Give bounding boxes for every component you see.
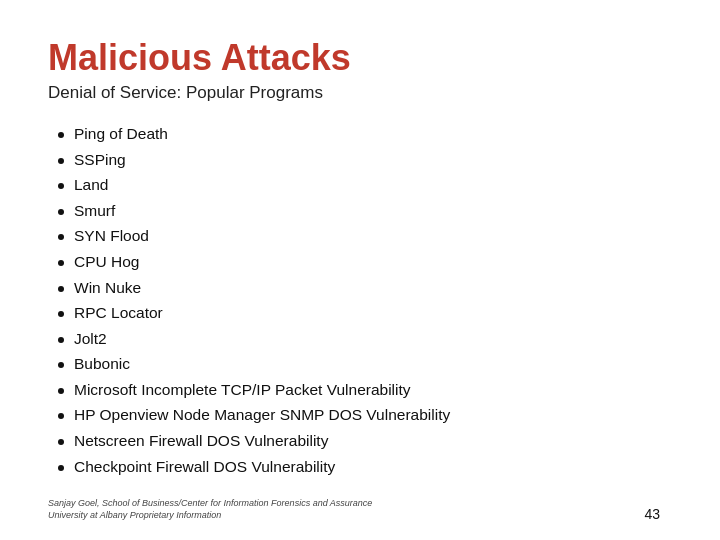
footer-text: Sanjay Goel, School of Business/Center f… — [48, 497, 372, 522]
bullet-dot-icon — [58, 183, 64, 189]
bullet-dot-icon — [58, 362, 64, 368]
list-item: SSPing — [58, 147, 672, 173]
bullet-dot-icon — [58, 465, 64, 471]
bullet-text: Land — [74, 172, 108, 198]
bullet-text: Win Nuke — [74, 275, 141, 301]
list-item: Microsoft Incomplete TCP/IP Packet Vulne… — [58, 377, 672, 403]
bullet-text: Checkpoint Firewall DOS Vulnerability — [74, 454, 335, 480]
list-item: Jolt2 — [58, 326, 672, 352]
slide: Malicious Attacks Denial of Service: Pop… — [0, 0, 720, 540]
bullet-text: HP Openview Node Manager SNMP DOS Vulner… — [74, 402, 450, 428]
list-item: Bubonic — [58, 351, 672, 377]
bullet-text: Smurf — [74, 198, 115, 224]
bullet-dot-icon — [58, 286, 64, 292]
bullet-text: Bubonic — [74, 351, 130, 377]
bullet-dot-icon — [58, 388, 64, 394]
bullet-text: Netscreen Firewall DOS Vulnerability — [74, 428, 328, 454]
bullet-text: CPU Hog — [74, 249, 139, 275]
list-item: Netscreen Firewall DOS Vulnerability — [58, 428, 672, 454]
footer-line1: Sanjay Goel, School of Business/Center f… — [48, 498, 372, 508]
bullet-text: SYN Flood — [74, 223, 149, 249]
bullet-text: SSPing — [74, 147, 126, 173]
bullet-text: Jolt2 — [74, 326, 107, 352]
bullet-dot-icon — [58, 158, 64, 164]
list-item: Checkpoint Firewall DOS Vulnerability — [58, 454, 672, 480]
list-item: Win Nuke — [58, 275, 672, 301]
bullet-dot-icon — [58, 337, 64, 343]
list-item: HP Openview Node Manager SNMP DOS Vulner… — [58, 402, 672, 428]
subtitle: Denial of Service: Popular Programs — [48, 83, 672, 103]
footer-line2: University at Albany Proprietary Informa… — [48, 510, 221, 520]
bullet-dot-icon — [58, 234, 64, 240]
list-item: SYN Flood — [58, 223, 672, 249]
list-item: CPU Hog — [58, 249, 672, 275]
main-title: Malicious Attacks — [48, 36, 672, 79]
list-item: Land — [58, 172, 672, 198]
bullet-dot-icon — [58, 260, 64, 266]
bullet-text: Ping of Death — [74, 121, 168, 147]
list-item: Ping of Death — [58, 121, 672, 147]
bullet-text: RPC Locator — [74, 300, 163, 326]
footer: Sanjay Goel, School of Business/Center f… — [48, 497, 660, 522]
bullet-dot-icon — [58, 132, 64, 138]
bullet-dot-icon — [58, 413, 64, 419]
bullet-dot-icon — [58, 439, 64, 445]
list-item: Smurf — [58, 198, 672, 224]
bullet-text: Microsoft Incomplete TCP/IP Packet Vulne… — [74, 377, 411, 403]
bullet-dot-icon — [58, 311, 64, 317]
bullet-list: Ping of DeathSSPingLandSmurfSYN FloodCPU… — [58, 121, 672, 479]
list-item: RPC Locator — [58, 300, 672, 326]
page-number: 43 — [644, 506, 660, 522]
bullet-dot-icon — [58, 209, 64, 215]
